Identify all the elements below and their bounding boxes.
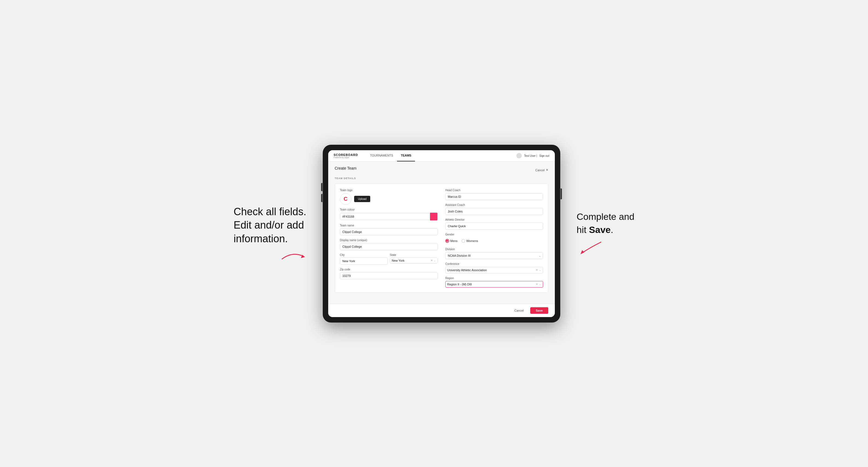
division-select[interactable]: NCAA Division III NCAA Division II NCAA … [445, 252, 543, 259]
athletic-director-group: Athletic Director [445, 218, 543, 230]
radio-group: Mens Womens [445, 237, 543, 244]
brand-sub: Powered by clippd [334, 156, 358, 158]
state-select[interactable]: New York ✕ ⌄ [390, 257, 438, 263]
main-content: Create Team Cancel ✕ TEAM DETAILS Team l… [328, 162, 555, 304]
womens-label: Womens [466, 239, 478, 243]
womens-radio-dot [461, 239, 465, 243]
conference-label: Conference [445, 262, 543, 266]
form-card: Team logo C Upload Team colour [335, 184, 548, 293]
display-name-input[interactable] [340, 243, 438, 250]
zip-input[interactable] [340, 272, 438, 279]
zip-label: Zip code [340, 268, 438, 271]
state-clear-icon[interactable]: ✕ [431, 259, 433, 262]
assistant-coach-group: Assistant Coach [445, 204, 543, 215]
cancel-button[interactable]: Cancel [510, 307, 528, 314]
right-arrow-icon [577, 239, 604, 256]
close-icon: ✕ [546, 168, 548, 172]
logo-circle: C [340, 193, 351, 205]
page-header: Create Team Cancel ✕ [335, 166, 548, 174]
team-name-input[interactable] [340, 228, 438, 236]
city-state-row: City State New York ✕ [340, 253, 438, 264]
gender-mens-option[interactable]: Mens [445, 239, 458, 243]
navbar: SCOREBOARD Powered by clippd TOURNAMENTS… [328, 150, 555, 162]
conference-clear-icon[interactable]: ✕ [536, 269, 538, 272]
team-colour-input[interactable] [340, 213, 430, 220]
tablet-frame: SCOREBOARD Powered by clippd TOURNAMENTS… [323, 145, 560, 322]
region-field-wrapper: Region II - (M) DIII ✕ ⌄ [445, 281, 543, 287]
conference-value: University Athletic Association [447, 269, 536, 272]
brand-title: SCOREBOARD [334, 153, 358, 156]
assistant-coach-input[interactable] [445, 208, 543, 215]
region-group: Region Region II - (M) DIII ✕ ⌄ [445, 277, 543, 287]
user-avatar [516, 153, 522, 158]
conference-field[interactable]: University Athletic Association ✕ ⌄ [445, 267, 543, 273]
division-select-wrapper: NCAA Division III NCAA Division II NCAA … [445, 252, 543, 259]
head-coach-group: Head Coach [445, 189, 543, 200]
upload-button[interactable]: Upload [354, 196, 371, 202]
color-swatch[interactable] [430, 213, 438, 221]
page-title: Create Team [335, 166, 356, 170]
team-logo-label: Team logo [340, 189, 438, 192]
region-value: Region II - (M) DIII [447, 283, 536, 286]
color-input-row [340, 213, 438, 221]
mens-label: Mens [450, 239, 458, 243]
gender-womens-option[interactable]: Womens [461, 239, 478, 243]
gender-label: Gender [445, 233, 543, 236]
division-group: Division NCAA Division III NCAA Division… [445, 248, 543, 259]
display-name-label: Display name (unique) [340, 239, 438, 242]
conference-group: Conference University Athletic Associati… [445, 262, 543, 273]
nav-tournaments[interactable]: TOURNAMENTS [366, 150, 397, 161]
division-label: Division [445, 248, 543, 251]
conference-chevron-icon[interactable]: ⌄ [539, 269, 541, 272]
region-clear-icon[interactable]: ✕ [536, 283, 538, 286]
cancel-top-button[interactable]: Cancel ✕ [535, 168, 548, 172]
state-chevron-icon[interactable]: ⌄ [434, 259, 436, 262]
logo-row: C Upload [340, 193, 438, 205]
athletic-director-label: Athletic Director [445, 218, 543, 221]
form-footer: Cancel Save [328, 304, 555, 317]
team-colour-group: Team colour [340, 208, 438, 221]
nav-right: Test User | Sign out [516, 153, 549, 158]
left-annotation: Check all fields.Edit and/or addinformat… [234, 205, 306, 246]
head-coach-label: Head Coach [445, 189, 543, 192]
conference-field-wrapper: University Athletic Association ✕ ⌄ [445, 267, 543, 273]
state-controls: ✕ ⌄ [431, 259, 436, 262]
left-arrow-icon [279, 248, 306, 262]
region-chevron-icon[interactable]: ⌄ [539, 283, 541, 286]
nav-links: TOURNAMENTS TEAMS [366, 150, 415, 161]
nav-teams[interactable]: TEAMS [397, 150, 415, 161]
city-input[interactable] [340, 257, 388, 264]
save-button[interactable]: Save [530, 307, 548, 314]
region-field[interactable]: Region II - (M) DIII ✕ ⌄ [445, 281, 543, 287]
section-label: TEAM DETAILS [335, 177, 548, 180]
team-colour-label: Team colour [340, 208, 438, 211]
form-grid: Team logo C Upload Team colour [340, 189, 543, 287]
gender-group: Gender Mens Womens [445, 233, 543, 244]
team-name-label: Team name [340, 224, 438, 227]
state-label: State [390, 253, 438, 256]
user-name: Test User | [524, 154, 537, 157]
mens-radio-dot [445, 239, 449, 243]
svg-marker-1 [581, 250, 584, 254]
city-label: City [340, 253, 388, 256]
team-name-group: Team name [340, 224, 438, 236]
brand: SCOREBOARD Powered by clippd [334, 153, 358, 158]
sign-out-link[interactable]: Sign out [539, 154, 549, 157]
region-label: Region [445, 277, 543, 280]
athletic-director-input[interactable] [445, 223, 543, 230]
right-annotation: Complete andhit Save. [577, 210, 634, 236]
state-value: New York [392, 259, 430, 262]
city-state-group: City State New York ✕ [340, 253, 438, 264]
assistant-coach-label: Assistant Coach [445, 204, 543, 207]
team-logo-section: Team logo C Upload [340, 189, 438, 205]
zip-group: Zip code [340, 268, 438, 279]
display-name-group: Display name (unique) [340, 239, 438, 250]
head-coach-input[interactable] [445, 193, 543, 200]
